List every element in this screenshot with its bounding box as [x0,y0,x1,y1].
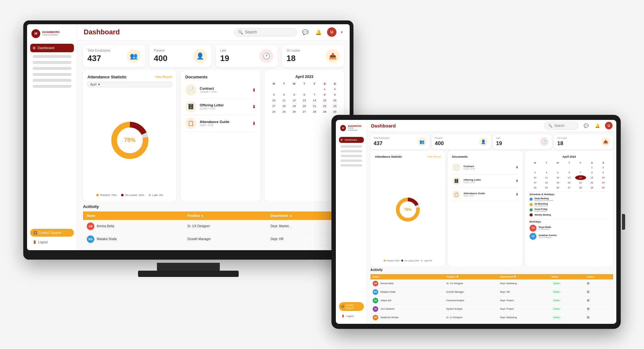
t-cal-18[interactable]: 18 [541,180,552,185]
cal-day-4[interactable]: 4 [279,92,289,97]
t-cal-13[interactable]: 13 [564,175,575,180]
tablet-guide-download[interactable]: ⬇ [516,193,518,196]
t-cal-7[interactable]: 7 [575,170,586,175]
view-report-link[interactable]: View Report [155,75,172,79]
t-cal-11[interactable]: 11 [541,175,552,180]
cal-day-26[interactable]: 26 [289,109,299,114]
cal-day-7[interactable]: 7 [310,92,319,97]
cal-day-11[interactable]: 11 [279,98,289,103]
guide-download-button[interactable]: ⬇ [252,121,256,126]
cal-day-9[interactable]: 9 [330,92,340,97]
search-box[interactable]: 🔍 [234,28,297,37]
bell-icon-button[interactable]: 🔔 [314,27,323,37]
cal-day-20[interactable]: 20 [300,104,309,109]
cal-day-28[interactable]: 28 [310,109,319,114]
tablet-view-report[interactable]: View Report [427,155,441,158]
cal-day-30[interactable]: 30 [330,109,340,114]
cal-day-2[interactable]: 2 [330,87,340,92]
tablet-search-box[interactable]: 🔍 [544,122,579,130]
cal-day-15[interactable]: 15 [320,98,329,103]
t-cal-30[interactable]: 30 [598,185,609,190]
tablet-offering-download[interactable]: ⬇ [516,179,518,183]
cal-day-6[interactable]: 6 [300,92,309,97]
t-cal-25[interactable]: 25 [541,185,552,190]
t-cal-23[interactable]: 23 [598,180,609,185]
chat-icon-button[interactable]: 💬 [301,27,310,37]
search-input[interactable] [245,30,293,34]
cal-day-27[interactable]: 27 [300,109,309,114]
t-cal-26[interactable]: 26 [552,185,563,190]
t-emp-3-action[interactable]: ⚙ [585,296,613,305]
t-cal-19[interactable]: 19 [552,180,563,185]
t-cal-16[interactable]: 16 [598,175,609,180]
t-emp-2-action[interactable]: ⚙ [585,288,613,296]
cal-day-3[interactable]: 3 [269,92,279,97]
tablet-contact-support-button[interactable]: 🎧 Contact Support [339,302,364,311]
t-cal-29[interactable]: 29 [586,185,597,190]
cal-day-10[interactable]: 10 [269,98,279,103]
tablet-home-button[interactable] [622,214,625,230]
t-cal-4[interactable]: 4 [541,170,552,175]
cal-day-1[interactable]: 1 [320,87,329,92]
cal-day-29[interactable]: 29 [320,109,329,114]
legend-on-leave-value: 18% [138,194,144,197]
tablet-bell-icon-button[interactable]: 🔔 [594,122,601,129]
t-cal-8[interactable]: 8 [586,170,597,175]
cal-day-19[interactable]: 19 [289,104,299,109]
cal-day-16[interactable]: 16 [330,98,340,103]
cal-day-13[interactable]: 13 [300,98,309,103]
tablet-search-input[interactable] [554,124,575,127]
t-cal-5[interactable]: 5 [552,170,563,175]
tablet-logo-text: HASHMICROTHINK FORWARD [348,125,363,132]
cal-header-s1: S [320,82,329,86]
t-cal-22[interactable]: 22 [586,180,597,185]
t-cal-9[interactable]: 9 [598,170,609,175]
cal-day-8[interactable]: 8 [320,92,329,97]
tablet-avatar[interactable]: U [605,122,613,129]
cal-day-22[interactable]: 22 [320,104,329,109]
contact-support-button[interactable]: 🎧 Contact Support [30,229,74,237]
tablet-headset-icon: 🎧 [341,305,344,308]
logout-button[interactable]: 🚪 Logout [30,239,74,245]
contract-download-button[interactable]: ⬇ [252,87,256,93]
t-cal-10[interactable]: 10 [530,175,541,180]
cal-day-14[interactable]: 14 [310,98,319,103]
cal-day-18[interactable]: 18 [279,104,289,109]
t-emp-2-dept: Dept. HR [498,288,549,296]
month-filter[interactable]: April ▼ [87,82,172,87]
t-cal-17[interactable]: 17 [530,180,541,185]
t-cal-15[interactable]: 15 [586,175,597,180]
t-cal-21[interactable]: 21 [575,180,586,185]
cal-day-empty-5 [310,87,319,92]
t-cal-28[interactable]: 28 [575,185,586,190]
t-cal-14[interactable]: 14 [575,175,586,180]
cal-day-21[interactable]: 21 [310,104,319,109]
filter-chevron-icon: ▼ [97,83,101,86]
sidebar-item-dashboard[interactable]: ⊞ Dashboard [30,44,74,52]
cal-day-17[interactable]: 17 [269,104,279,109]
t-cal-27[interactable]: 27 [564,185,575,190]
t-cal-6[interactable]: 6 [564,170,575,175]
present-icon: 👤 [193,49,207,63]
tablet-logout-button[interactable]: 🚪 Logout [339,313,364,319]
tablet-chat-icon-button[interactable]: 💬 [582,122,590,129]
cal-day-24[interactable]: 24 [269,109,279,114]
t-cal-20[interactable]: 20 [564,180,575,185]
t-emp-1-action[interactable]: ⚙ [585,279,613,288]
tablet-sidebar-dashboard[interactable]: ⊞ Dashboard [339,137,364,143]
t-cal-1[interactable]: 1 [586,165,597,170]
cal-day-12[interactable]: 12 [289,98,299,103]
offering-download-button[interactable]: ⬇ [252,104,256,109]
t-emp-4-action[interactable]: ⚙ [585,305,613,313]
avatar[interactable]: U [327,27,336,37]
cal-day-5[interactable]: 5 [289,92,299,97]
t-cal-2[interactable]: 2 [598,165,609,170]
t-cal-3[interactable]: 3 [530,170,541,175]
tablet-contract-download[interactable]: ⬇ [516,166,518,169]
t-cal-12[interactable]: 12 [552,175,563,180]
legend-dot-late [148,194,151,196]
t-emp-5-action[interactable]: ⚙ [585,313,613,322]
cal-day-23[interactable]: 23 [330,104,340,109]
t-cal-24[interactable]: 24 [530,185,541,190]
cal-day-25[interactable]: 25 [279,109,289,114]
